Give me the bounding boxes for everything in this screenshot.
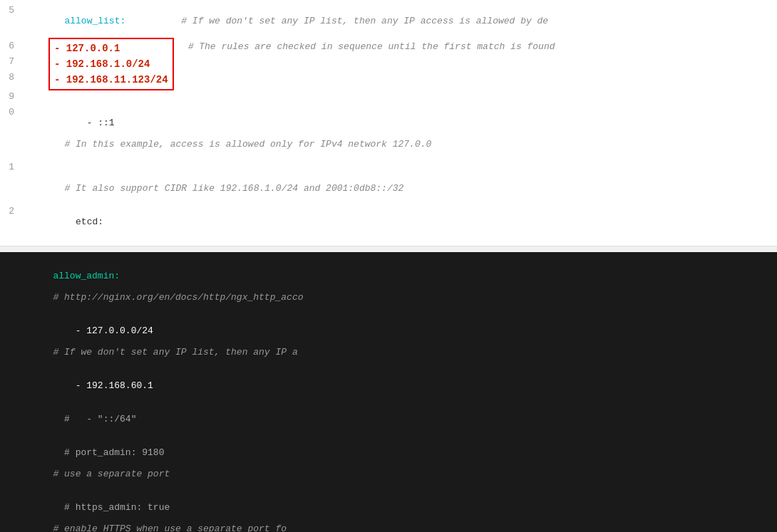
- ipv6-content: - ::1 # In this example, access is allow…: [20, 107, 777, 160]
- dk-ipv6-64-hash: # - "::/64": [53, 414, 136, 424]
- code-line-cidr: 1 # It also support CIDR like 192.168.1.…: [0, 161, 777, 205]
- line-num-7: 7: [0, 56, 20, 67]
- dk-port-admin-content: # port_admin: 9180 # use a separate port: [9, 437, 777, 490]
- line-num-9: 9: [0, 91, 20, 102]
- allow-list-key: allow_list: # If we don't set any IP lis…: [20, 5, 777, 37]
- divider-1: [0, 246, 777, 252]
- comment-blank-2: [188, 55, 555, 71]
- line-num-row-7: 7: [0, 53, 24, 69]
- code-line-blank-9: 9: [0, 90, 777, 106]
- dk-ipv6-64-content: # - "::/64": [9, 403, 777, 435]
- ip-192-168-11: - 192.168.11.123/24: [54, 74, 168, 85]
- white-code-section: 5 allow_list: # If we don't set any IP l…: [0, 0, 777, 246]
- dk-192-60-content: - 192.168.60.1: [9, 370, 777, 402]
- line-num-1a: 1: [0, 162, 20, 172]
- ip-comments-block: # The rules are checked in sequence unti…: [174, 38, 555, 86]
- line-num-8: 8: [0, 72, 20, 83]
- ipv6-spacing: [64, 128, 175, 139]
- ipv6-val: - ::1: [64, 118, 114, 128]
- comment-allow-list: # If we don't set any IP list, then any …: [181, 16, 548, 26]
- dk-spacing-3: [53, 458, 170, 469]
- dark-code-section-1: allow_admin: # http://nginx.org/en/docs/…: [0, 252, 777, 532]
- code-line-ipv6: 0 - ::1 # In this example, access is all…: [0, 106, 777, 161]
- blank-9: [20, 91, 777, 102]
- code-line-allow-list: 5 allow_list: # If we don't set any IP l…: [0, 4, 777, 38]
- line-num-2a: 2: [0, 206, 20, 217]
- line-num-0a: 0: [0, 107, 20, 118]
- comment-blank-3: [188, 71, 555, 86]
- dk-127-val: - 127.0.0.0/24: [53, 325, 153, 336]
- cidr-spacing: [64, 172, 197, 183]
- ip-line-3: - 192.168.11.123/24: [54, 72, 168, 88]
- ip-line-1: - 127.0.0.1: [54, 41, 168, 56]
- dark-line-port-admin: # port_admin: 9180 # use a separate port: [0, 436, 777, 491]
- dk-comment-2: # If we don't set any IP list, then any …: [53, 347, 297, 358]
- dk-https-admin-content: # https_admin: true # enable HTTPS when …: [9, 491, 777, 532]
- key-allow-list: allow_list:: [64, 16, 125, 26]
- ip-and-comments: - 127.0.0.1 - 192.168.1.0/24 - 192.168.1…: [24, 38, 777, 90]
- dark-line-127-24: - 127.0.0.0/24 # If we don't set any IP …: [0, 314, 777, 369]
- ip-127: - 127.0.0.1: [54, 43, 120, 54]
- dk-spacing-1: [53, 281, 197, 292]
- ip-192-168-1: - 192.168.1.0/24: [54, 58, 150, 70]
- ip-block-container: 6 7 8 - 127.0.0.1 - 192.168.1.0/24: [0, 38, 777, 90]
- allow-admin-key-content: allow_admin: # http://nginx.org/en/docs/…: [9, 260, 777, 313]
- etcd-key: etcd:: [64, 217, 103, 227]
- line-num-row-6: 6: [0, 38, 24, 53]
- dk-127-24-content: - 127.0.0.0/24 # If we don't set any IP …: [9, 315, 777, 368]
- comment-rules-text: # The rules are checked in sequence unti…: [188, 41, 555, 52]
- comment-line-rules: # The rules are checked in sequence unti…: [188, 39, 555, 55]
- dk-192-60-val: - 192.168.60.1: [53, 380, 153, 391]
- dk-https-admin-hash: # https_admin: true: [53, 502, 170, 513]
- line-num-row-8: 8: [0, 69, 24, 85]
- line-num-5a: 5: [0, 5, 20, 16]
- cidr-content: # It also support CIDR like 192.168.1.0/…: [20, 162, 777, 204]
- dk-allow-admin-key: allow_admin:: [53, 271, 120, 281]
- code-line-etcd: 2 etcd:: [0, 205, 777, 239]
- dark-line-192-60: - 192.168.60.1: [0, 369, 777, 402]
- dark-line-allow-admin: allow_admin: # http://nginx.org/en/docs/…: [0, 259, 777, 314]
- allow-list-spacing: [125, 16, 181, 26]
- dk-comment-https: # enable HTTPS when use a separate port …: [53, 523, 287, 532]
- ip-red-box: - 127.0.0.1 - 192.168.1.0/24 - 192.168.1…: [48, 38, 174, 90]
- dark-line-ipv6-64: # - "::/64": [0, 402, 777, 436]
- comment-cidr: # It also support CIDR like 192.168.1.0/…: [64, 183, 403, 194]
- etcd-content: etcd:: [20, 206, 777, 238]
- dk-spacing-4: [53, 513, 164, 523]
- dk-spacing-2: [53, 336, 180, 347]
- line-num-6: 6: [0, 41, 20, 51]
- dk-comment-1: # http://nginx.org/en/docs/http/ngx_http…: [53, 292, 303, 303]
- page-container: 5 allow_list: # If we don't set any IP l…: [0, 0, 777, 532]
- dark-line-https-admin: # https_admin: true # enable HTTPS when …: [0, 491, 777, 532]
- comment-ipv6: # In this example, access is allowed onl…: [64, 139, 431, 150]
- ip-line-2: - 192.168.1.0/24: [54, 56, 168, 72]
- dk-port-admin-hash: # port_admin: 9180: [53, 447, 164, 458]
- dk-comment-port: # use a separate port: [53, 469, 170, 479]
- line-nums-column: 6 7 8: [0, 38, 24, 85]
